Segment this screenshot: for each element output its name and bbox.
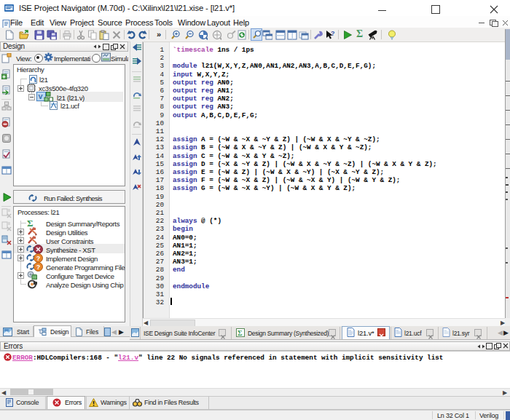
svg-text:Σ: Σ bbox=[238, 329, 243, 337]
svg-text:V: V bbox=[39, 93, 43, 100]
svg-text:?: ? bbox=[36, 264, 41, 271]
svg-text:?: ? bbox=[36, 255, 41, 262]
svg-text:?: ? bbox=[331, 30, 335, 37]
